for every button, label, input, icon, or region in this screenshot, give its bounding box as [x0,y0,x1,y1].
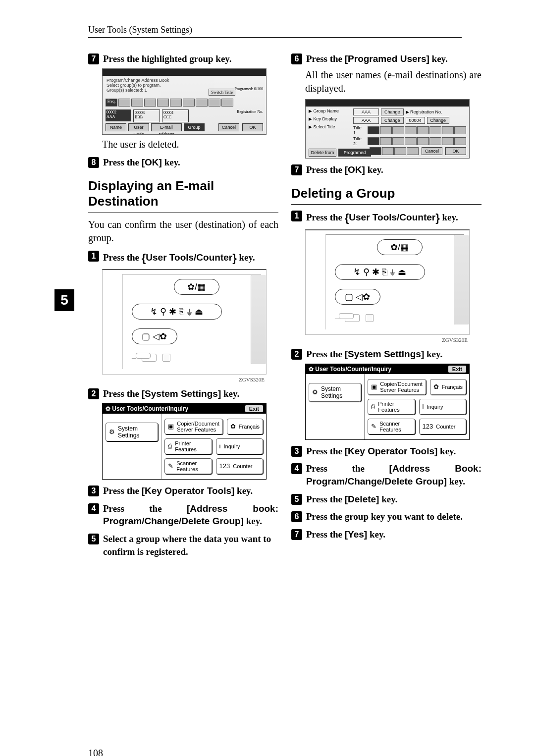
scanner-icon: ✎ [371,423,376,430]
figure-caption: ZGVS320E [291,337,468,343]
step-text: Press the [Delete] key. [306,493,397,506]
inquiry-button[interactable]: iInquiry [419,399,466,415]
screenshot-program-change-group: ▶ Group Name ▶ Key Display ▶ Select Titl… [305,99,470,159]
step-5-right: 5 Press the [Delete] key. [291,493,482,506]
page: User Tools (System Settings) 5 7 Press t… [0,25,535,756]
tab-group[interactable]: Group [184,123,205,131]
heading-deleting-group: Deleting a Group [291,186,482,201]
delete-from-button[interactable]: Delete from ... [309,149,336,157]
scanner-features-button[interactable]: ✎Scanner Features [368,419,415,434]
user-tools-counter-key[interactable]: ✿/▦ [377,239,423,255]
step-number-icon: 7 [291,164,302,175]
inquiry-button[interactable]: iInquiry [216,438,263,454]
step-text: Press the group key you want to delete. [306,510,463,523]
exit-button[interactable]: Exit [448,366,466,373]
step-number-icon: 5 [291,494,302,505]
globe-icon: ✿ [230,423,236,430]
page-number: 108 [88,748,103,756]
ok-button[interactable]: OK [445,147,466,155]
tab-name[interactable]: Name [106,123,126,131]
screenshot-user-tools: ✿ User Tools/Counter/Inquiry Exit ⚙ Syst… [102,403,267,480]
step-number-icon: 5 [88,534,99,544]
scanner-features-button[interactable]: ✎Scanner Features [164,458,212,474]
group-key-ccc[interactable]: 00004CCC [162,109,189,122]
copier-features-button[interactable]: ▣Copier/Document Server Features [368,379,426,395]
step-6-right: 6 Press the group key you want to delete… [291,510,482,523]
step-number-icon: 3 [88,486,99,496]
step-text: Press the [System Settings] key. [306,348,442,361]
step-text: Press the highlighted group key. [103,53,232,65]
counter-button[interactable]: 123Counter [216,458,263,474]
gear-icon: ⚙ [312,388,318,396]
language-button[interactable]: ✿Français [227,419,263,434]
change-button[interactable]: Change [381,117,404,124]
counter-button[interactable]: 123Counter [419,419,466,434]
tab-user-code[interactable]: User Code [128,123,149,131]
step-5-left: 5 Select a group where the data you want… [88,533,278,558]
step-2-left: 2 Press the [System Settings] key. [88,387,278,400]
ok-button[interactable]: OK [242,123,263,131]
step-number-icon: 8 [88,157,99,168]
control-panel-illustration: ✿/▦ ↯ ⚲ ✱ ⎘ ⏚ ⏏ ▢ ◁✿ – [102,269,267,375]
step-number-icon: 6 [291,511,302,522]
step-7-left: 7 Press the highlighted group key. [88,53,278,65]
switch-title-button[interactable]: Switch Title [209,89,235,96]
printer-features-button[interactable]: ⎙Printer Features [368,399,415,415]
cancel-button[interactable]: Cancel [422,147,442,155]
step-7-right-top: 7 Press the [OK] key. [291,163,482,176]
counter-icon: 123 [423,423,433,430]
step-2-right: 2 Press the [System Settings] key. [291,348,482,361]
info-icon: i [219,442,221,450]
copier-icon: ▣ [168,423,174,430]
change-button[interactable]: Change [381,108,404,115]
printer-icon: ⎙ [371,403,375,410]
step-text: Press the [Address Book: Program/Change/… [306,462,482,487]
step-4-right: 4 Press the [Address Book: Program/Chang… [291,462,482,487]
step-number-icon: 4 [88,503,99,514]
step-text: Press the [OK] key. [103,156,180,169]
group-key-aaa[interactable]: 00002AAA [106,109,131,121]
step-text: Press the [Key Operator Tools] key. [103,485,253,497]
dialog-title: ✿ User Tools/Counter/Inquiry [106,405,188,412]
step-text: Press the {User Tools/Counter} key. [103,250,255,265]
control-panel-illustration: ✿/▦ ↯ ⚲ ✱ ⎘ ⏚ ⏏ ▢ ◁✿ – [305,229,470,335]
step-number-icon: 6 [291,54,302,64]
step-4-left: 4 Press the [Address book: Program/Chang… [88,502,278,528]
exit-button[interactable]: Exit [245,405,263,412]
change-button[interactable]: Change [427,117,450,124]
panel-keys-row[interactable]: ↯ ⚲ ✱ ⎘ ⏚ ⏏ [132,304,222,320]
chapter-tab: 5 [54,289,74,311]
section-header: User Tools (System Settings) [88,25,535,35]
scanner-icon: ✎ [168,462,173,470]
user-tools-counter-key[interactable]: ✿/▦ [174,279,219,295]
tab-email[interactable]: E-mail address [151,123,182,131]
dialog-title: ✿ User Tools/Counter/Inquiry [309,366,391,373]
result-text: The user is deleted. [102,138,278,151]
step-text: Press the [System Settings] key. [103,387,239,400]
panel-keys-row[interactable]: ↯ ⚲ ✱ ⎘ ⏚ ⏏ [335,264,425,280]
printer-features-button[interactable]: ⎙Printer Features [164,438,212,454]
printer-icon: ⎙ [168,442,172,450]
step-number-icon: 2 [88,388,99,399]
right-column: 6 Press the [Programed Users] key. All t… [291,48,482,561]
copier-features-button[interactable]: ▣Copier/Document Server Features [164,419,223,434]
group-key-bbb[interactable]: 00003BBB [133,109,160,122]
panel-key-triangle[interactable]: ▢ ◁✿ [335,289,380,305]
intro-text: You can confirm the user (destination) o… [88,218,278,245]
system-settings-button[interactable]: ⚙ System Settings [309,383,361,402]
step-number-icon: 1 [88,251,99,262]
language-button[interactable]: ✿Français [430,379,466,395]
heading-display-email: Displaying an E-mailDestination [88,178,278,209]
step-text: Press the [Programed Users] key. [306,53,448,65]
cancel-button[interactable]: Cancel [218,123,239,131]
step-7-right: 7 Press the [Yes] key. [291,528,482,541]
step-text: Press the [Yes] key. [306,528,385,541]
step-text: Press the {User Tools/Counter} key. [306,210,458,224]
left-column: 7 Press the highlighted group key. Progr… [88,48,278,561]
programed-users-button[interactable]: Programed Users [338,149,371,157]
step-3-right: 3 Press the [Key Operator Tools] key. [291,445,482,458]
chapter-number: 5 [54,289,74,311]
copier-icon: ▣ [371,383,377,390]
system-settings-button[interactable]: ⚙ System Settings [106,423,158,441]
panel-key-triangle[interactable]: ▢ ◁✿ [132,328,177,344]
